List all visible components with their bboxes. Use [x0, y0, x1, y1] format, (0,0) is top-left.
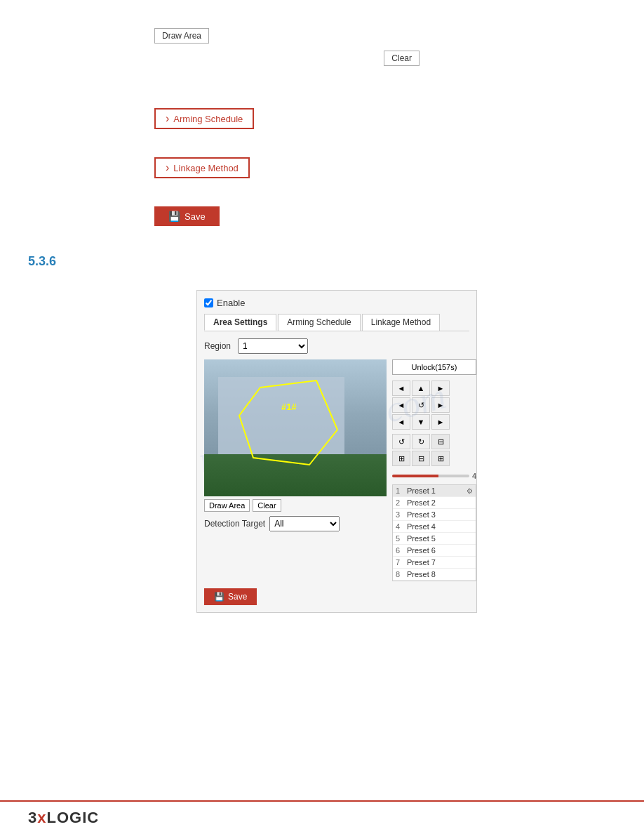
preset-name-3: Preset 3 — [407, 510, 473, 519]
ptz-zoom-in[interactable]: ↺ — [392, 434, 410, 449]
tabs-row: Area Settings Arming Schedule Linkage Me… — [204, 314, 469, 331]
ptz-btn-left-down[interactable]: ◄ — [392, 414, 410, 430]
ptz-btn-down[interactable]: ▼ — [412, 414, 430, 430]
tab-linkage-method[interactable]: Linkage Method — [362, 314, 440, 331]
region-polygon-overlay — [204, 359, 387, 496]
region-select[interactable]: 1 — [238, 338, 308, 354]
preset-item-7[interactable]: 7 Preset 7 — [393, 557, 476, 569]
preset-item-8[interactable]: 8 Preset 8 — [393, 569, 476, 581]
ptz-focus-far[interactable]: ⊞ — [392, 451, 410, 466]
ptz-btn-left[interactable]: ◄ — [392, 397, 410, 413]
brand-suffix: LOGIC — [47, 809, 100, 826]
preset-name-6: Preset 6 — [407, 546, 473, 555]
brand-logo: 3xLOGIC — [28, 809, 99, 827]
preset-item-4[interactable]: 4 Preset 4 — [393, 521, 476, 533]
ptz-controls: Unlock(157s) ◄ ▲ ► ◄ ↺ ► ◄ ▼ ► — [392, 359, 476, 581]
panel-save-label: Save — [228, 592, 247, 602]
preset-num-4: 4 — [396, 522, 407, 531]
detection-target-label: Detection Target — [204, 519, 265, 529]
preset-name-7: Preset 7 — [407, 558, 473, 567]
section-heading: 5.3.6 — [28, 254, 616, 269]
ptz-btn-up[interactable]: ▲ — [412, 380, 430, 396]
panel-save-row: 💾 Save — [204, 588, 469, 605]
preset-num-7: 7 — [396, 558, 407, 567]
ptz-btn-right[interactable]: ► — [431, 397, 450, 413]
panel-save-icon: 💾 — [214, 592, 224, 602]
preset-name-5: Preset 5 — [407, 534, 473, 543]
preset-num-3: 3 — [396, 510, 407, 519]
ptz-direction-grid: ◄ ▲ ► ◄ ↺ ► ◄ ▼ ► — [392, 380, 476, 430]
ptz-iris-open[interactable]: ⊞ — [431, 451, 450, 466]
ptz-zoom-out[interactable]: ↻ — [412, 434, 430, 449]
ptz-btn-right-up[interactable]: ► — [431, 380, 450, 396]
camera-panel: Enable Area Settings Arming Schedule Lin… — [196, 290, 477, 613]
region-label: Region — [204, 341, 231, 351]
detection-target-select[interactable]: All — [269, 516, 340, 531]
ptz-btn-right-down[interactable]: ► — [431, 414, 450, 430]
save-top-button[interactable]: 💾 Save — [154, 206, 220, 226]
preset-item-5[interactable]: 5 Preset 5 — [393, 533, 476, 545]
linkage-method-button[interactable]: Linkage Method — [154, 157, 250, 178]
svg-marker-0 — [239, 380, 337, 465]
clear-top-button[interactable]: Clear — [384, 51, 420, 66]
enable-checkbox[interactable] — [204, 298, 213, 307]
camera-image-area: #1# Draw Area Clear Detection Target All — [204, 359, 387, 581]
panel-draw-area-button[interactable]: Draw Area — [204, 499, 250, 512]
ptz-extra-grid: ↺ ↻ ⊟ ⊞ ⊟ ⊞ — [392, 434, 476, 466]
detection-target-row: Detection Target All — [204, 516, 387, 531]
save-top-label: Save — [185, 211, 206, 222]
preset-num-6: 6 — [396, 546, 407, 555]
zoom-value: 4 — [472, 472, 476, 480]
preset-num-1: 1 — [396, 486, 407, 495]
unlock-button[interactable]: Unlock(157s) — [392, 359, 476, 375]
preset-name-4: Preset 4 — [407, 522, 473, 531]
tab-arming-schedule[interactable]: Arming Schedule — [278, 314, 360, 331]
camera-image: #1# — [204, 359, 387, 496]
preset-gear-1[interactable]: ⚙ — [467, 487, 473, 495]
arming-schedule-button[interactable]: Arming Schedule — [154, 108, 254, 129]
ptz-iris-close[interactable]: ⊟ — [412, 451, 430, 466]
ptz-focus-near[interactable]: ⊟ — [431, 434, 450, 449]
preset-num-5: 5 — [396, 534, 407, 543]
region-row: Region 1 — [204, 338, 469, 354]
arming-schedule-label: Arming Schedule — [173, 114, 243, 124]
region-polygon-label: #1# — [281, 402, 297, 412]
preset-num-8: 8 — [396, 570, 407, 578]
preset-name-1: Preset 1 — [407, 486, 467, 495]
ptz-btn-left-up[interactable]: ◄ — [392, 380, 410, 396]
camera-layout: #1# Draw Area Clear Detection Target All — [204, 359, 469, 581]
linkage-method-label: Linkage Method — [173, 163, 239, 173]
enable-label: Enable — [217, 298, 245, 308]
zoom-slider-row: 4 — [392, 472, 476, 480]
bottom-bar: 3xLOGIC — [0, 800, 644, 834]
preset-name-8: Preset 8 — [407, 570, 473, 578]
ptz-btn-center[interactable]: ↺ — [412, 397, 430, 413]
preset-item-1[interactable]: 1 Preset 1 ⚙ — [393, 485, 476, 497]
save-icon: 💾 — [168, 211, 180, 222]
brand-prefix: 3 — [28, 809, 37, 826]
preset-num-2: 2 — [396, 498, 407, 507]
preset-list: 1 Preset 1 ⚙ 2 Preset 2 3 Preset 3 — [392, 484, 476, 581]
preset-item-2[interactable]: 2 Preset 2 — [393, 497, 476, 509]
panel-clear-button[interactable]: Clear — [253, 499, 281, 512]
panel-save-button[interactable]: 💾 Save — [204, 588, 257, 605]
zoom-slider — [392, 475, 469, 477]
preset-name-2: Preset 2 — [407, 498, 473, 507]
tab-area-settings[interactable]: Area Settings — [204, 314, 276, 331]
camera-bottom-controls: Draw Area Clear — [204, 499, 387, 512]
preset-item-3[interactable]: 3 Preset 3 — [393, 509, 476, 521]
brand-x: x — [37, 809, 46, 826]
draw-area-button[interactable]: Draw Area — [154, 28, 209, 44]
preset-item-6[interactable]: 6 Preset 6 — [393, 545, 476, 557]
